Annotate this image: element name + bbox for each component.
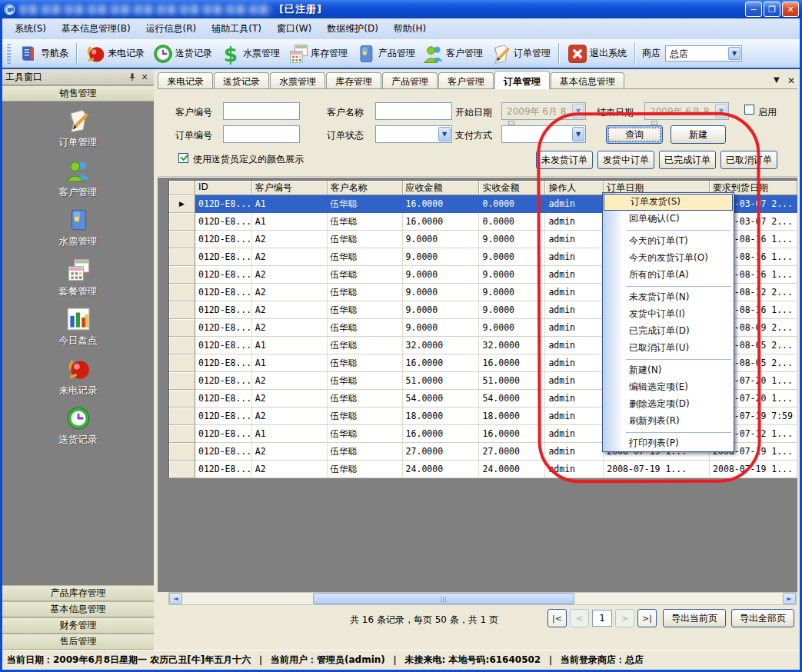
context-menu-item-5[interactable]: 所有的订单(A) [603,267,734,284]
row-selector[interactable] [169,301,195,319]
pay-method-select[interactable]: ▼ [501,125,586,143]
context-menu-item-4[interactable]: 今天的发货订单(O) [603,250,734,267]
menubar-item-2[interactable]: 运行信息(R) [138,19,205,38]
context-menu-item-8[interactable]: 发货中订单(I) [603,306,734,323]
order-status-filter-button-1[interactable]: 未发货订单 [536,151,593,169]
sidebar-item-2[interactable]: 客户管理 [2,158,154,199]
new-button[interactable]: 新建 [671,125,726,144]
order-status-filter-button-4[interactable]: 已取消订单 [720,151,777,169]
row-selector[interactable] [169,248,195,266]
menubar-item-5[interactable]: 数据维护(D) [319,19,386,38]
toolbar-button-calendar-grid[interactable]: 库存管理 [284,42,351,66]
grid-column-header-5[interactable]: 实收金额 [479,181,545,195]
row-selector[interactable]: ▶ [169,195,195,213]
row-selector[interactable] [169,425,195,443]
close-button[interactable]: ✕ [782,2,799,17]
sidebar-item-1[interactable]: 订单管理 [2,108,154,149]
row-selector[interactable] [169,390,195,408]
toolbar-button-bell[interactable]: 来电记录 [81,42,148,66]
context-menu-item-17[interactable]: 打印列表(P) [603,435,734,452]
customer-name-input[interactable] [375,102,452,120]
menubar-item-6[interactable]: 帮助(H) [386,19,434,38]
context-menu-item-7[interactable]: 未发货订单(N) [603,289,734,306]
order-no-input[interactable] [223,125,300,143]
menubar-item-1[interactable]: 基本信息管理(B) [54,19,138,38]
toolbar-button-book-nav[interactable]: 导航条 [14,42,72,66]
toolbar-button-clock[interactable]: 送货记录 [148,42,216,66]
page-number-input[interactable] [592,610,612,627]
tab-水票管理[interactable]: 水票管理 [270,72,325,88]
row-selector[interactable] [169,372,195,390]
prev-page-button[interactable]: < [570,609,589,627]
sidebar-group-3[interactable]: 财务管理 [2,617,154,634]
scroll-left-icon[interactable]: ◄ [169,593,182,604]
last-page-button[interactable]: >| [637,609,657,627]
delivery-color-checkbox[interactable] [178,153,188,163]
row-selector[interactable] [169,461,195,478]
context-menu-item-12[interactable]: 新建(N) [603,362,734,379]
tab-客户管理[interactable]: 客户管理 [438,72,494,88]
grid-column-header-3[interactable]: 客户名称 [328,181,403,195]
menubar-item-3[interactable]: 辅助工具(T) [204,19,269,38]
tab-close-icon[interactable]: ✕ [787,75,795,86]
context-menu-item-1[interactable]: 回单确认(C) [603,211,734,228]
end-date-picker[interactable]: 2009年 6月 8日▼ [644,102,729,120]
sidebar-item-3[interactable]: 水票管理 [2,207,154,248]
tab-list-dropdown-icon[interactable]: ▼ [774,75,780,84]
start-date-picker[interactable]: 2009年 6月 8日▼ [501,102,586,120]
toolbar-button-dollar[interactable]: $水票管理 [216,42,284,66]
minimize-button[interactable]: ─ [745,2,762,17]
context-menu-item-3[interactable]: 今天的订单(T) [603,233,734,250]
toolbar-button-product-card[interactable]: 产品管理 [351,42,419,66]
pin-icon[interactable] [126,71,138,83]
context-menu-item-15[interactable]: 刷新列表(R) [603,413,734,430]
context-menu-item-14[interactable]: 删除选定项(D) [603,396,734,413]
order-status-select[interactable]: ▼ [375,125,452,143]
row-selector[interactable] [169,443,195,461]
sidebar-item-6[interactable]: 来电记录 [2,356,154,398]
sidebar-item-7[interactable]: 送货记录 [2,405,154,447]
tab-来电记录[interactable]: 来电记录 [158,72,213,88]
row-selector[interactable] [169,319,195,337]
order-status-filter-button-2[interactable]: 发货中订单 [597,151,654,169]
tab-库存管理[interactable]: 库存管理 [326,72,381,88]
scrollbar-thumb[interactable] [313,593,574,604]
sidebar-group-4[interactable]: 售后管理 [2,634,154,650]
grid-column-header-6[interactable]: 操作人 [545,181,604,195]
tab-送货记录[interactable]: 送货记录 [214,72,269,88]
row-selector[interactable] [169,284,195,301]
export-all-pages-button[interactable]: 导出全部页 [731,609,794,627]
tab-产品管理[interactable]: 产品管理 [382,72,438,88]
sidebar-item-5[interactable]: 今日盘点 [2,306,154,348]
tab-订单管理[interactable]: 订单管理 [494,71,550,89]
grid-column-header-1[interactable]: ID [195,181,252,195]
next-page-button[interactable]: > [615,609,634,627]
sidebar-group-2[interactable]: 基本信息管理 [2,601,154,617]
row-selector[interactable] [169,231,195,248]
maximize-button[interactable]: ❐ [764,2,780,17]
toolbar-button-exit[interactable]: 退出系统 [563,42,631,66]
context-menu-item-13[interactable]: 编辑选定项(E) [603,379,734,396]
toolbar-button-customers[interactable]: 客户管理 [419,42,487,66]
order-status-filter-button-3[interactable]: 已完成订单 [659,151,716,169]
enable-checkbox[interactable] [744,105,754,115]
row-selector[interactable] [169,337,195,354]
context-menu-item-0[interactable]: 订单发货(S) [604,194,733,211]
horizontal-scrollbar[interactable]: ◄ ► [168,592,797,605]
query-button[interactable]: 查询 [606,125,663,144]
context-menu-item-10[interactable]: 已取消订单(U) [603,340,734,357]
tool-window-close-icon[interactable]: ✕ [138,71,151,83]
grid-column-header-2[interactable]: 客户编号 [252,181,328,195]
table-row[interactable]: 012D-E8...A2伍华聪24.000024.0000admin2008-0… [169,461,797,478]
toolbar-button-order-pen[interactable]: 订单管理 [487,42,554,66]
tab-基本信息管理[interactable]: 基本信息管理 [551,72,624,88]
sidebar-group-1[interactable]: 产品库存管理 [2,585,154,601]
row-selector[interactable] [169,354,195,372]
menubar-item-0[interactable]: 系统(S) [7,19,54,38]
row-selector[interactable] [169,213,195,231]
first-page-button[interactable]: |< [547,609,567,627]
shop-combobox[interactable]: 总店▼ [665,45,742,62]
row-selector[interactable] [169,266,195,284]
sidebar-group-sales[interactable]: 销售管理 [2,85,154,101]
toolbar-grip[interactable] [7,44,11,64]
